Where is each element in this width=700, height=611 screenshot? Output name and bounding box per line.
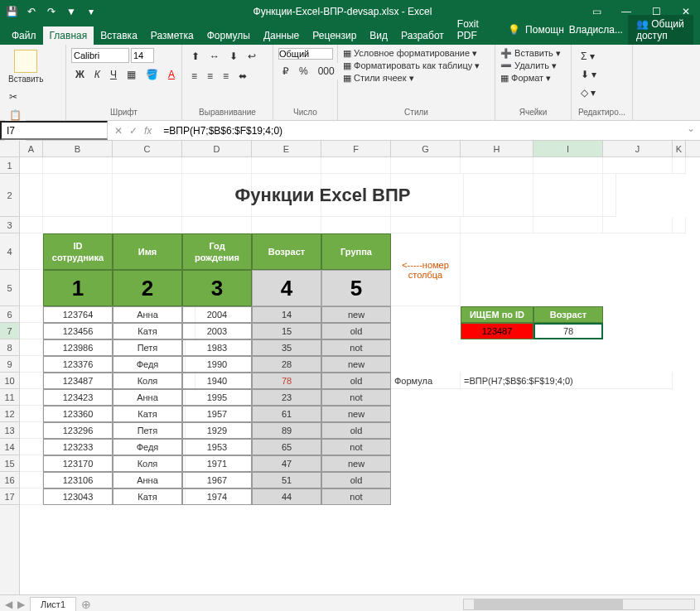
cell-F15[interactable]: new xyxy=(321,455,391,472)
cell-F11[interactable]: not xyxy=(321,389,391,406)
cell-E10[interactable]: 78 xyxy=(252,373,321,389)
cell-F5[interactable]: 5 xyxy=(321,270,391,306)
fill-icon[interactable]: ⬇ ▾ xyxy=(577,66,627,83)
row-header-11[interactable]: 11 xyxy=(0,389,19,406)
format-cells-button[interactable]: ▦ Формат ▾ xyxy=(500,73,566,84)
cell-B17[interactable]: 123043 xyxy=(43,488,113,505)
cell-B7[interactable]: 123456 xyxy=(43,323,113,339)
horizontal-scrollbar[interactable] xyxy=(463,599,695,610)
cell-C6[interactable]: Анна xyxy=(113,306,182,323)
font-size-select[interactable] xyxy=(131,48,154,63)
row-header-3[interactable]: 3 xyxy=(0,217,19,233)
cell-D13[interactable]: 1929 xyxy=(182,422,252,439)
merge-icon[interactable]: ⬌ xyxy=(234,68,251,84)
cell-B2[interactable]: Функции Excel ВПР xyxy=(43,174,603,217)
row-header-2[interactable]: 2 xyxy=(0,174,19,217)
cell-A8[interactable] xyxy=(20,339,43,356)
cell-D4[interactable]: Год рождения xyxy=(182,233,252,270)
cell-A6[interactable] xyxy=(20,306,43,323)
save-icon[interactable]: 💾 xyxy=(4,6,19,17)
currency-icon[interactable]: ₽ xyxy=(278,63,293,79)
cell-D10[interactable]: 1940 xyxy=(182,373,252,389)
cell-A13[interactable] xyxy=(20,422,43,439)
cell-B14[interactable]: 123233 xyxy=(43,439,113,455)
cell-B9[interactable]: 123376 xyxy=(43,356,113,373)
cell-C13[interactable]: Петя xyxy=(113,422,182,439)
cell-D14[interactable]: 1953 xyxy=(182,439,252,455)
clear-icon[interactable]: ◇ ▾ xyxy=(577,84,627,101)
cell-B4[interactable]: ID сотрудника xyxy=(43,233,113,270)
cell-I6[interactable]: Возраст xyxy=(533,306,603,323)
cell-C11[interactable]: Анна xyxy=(113,389,182,406)
font-color-icon[interactable]: A xyxy=(164,66,179,83)
tab-home[interactable]: Главная xyxy=(43,26,94,45)
cell-D17[interactable]: 1974 xyxy=(182,488,252,505)
row-header-1[interactable]: 1 xyxy=(0,157,19,174)
col-header-I[interactable]: I xyxy=(533,141,603,156)
cell-D3[interactable] xyxy=(182,217,252,233)
select-all-cell[interactable] xyxy=(0,141,20,156)
sheet-nav-prev-icon[interactable]: ◀ xyxy=(5,599,12,610)
cell-C8[interactable]: Петя xyxy=(113,339,182,356)
row-header-17[interactable]: 17 xyxy=(0,488,19,505)
tab-formulas[interactable]: Формулы xyxy=(200,26,257,45)
row-header-7[interactable]: 7 xyxy=(0,323,19,339)
cell-F4[interactable]: Группа xyxy=(321,233,391,270)
spreadsheet-grid[interactable]: ABCDEFGHIJK 1234567891011121314151617 Фу… xyxy=(0,141,700,594)
cell-E9[interactable]: 28 xyxy=(252,356,321,373)
cell-B11[interactable]: 123423 xyxy=(43,389,113,406)
cell-B13[interactable]: 123296 xyxy=(43,422,113,439)
col-header-B[interactable]: B xyxy=(43,141,113,156)
bold-button[interactable]: Ж xyxy=(71,66,89,83)
cell-I3[interactable] xyxy=(533,217,603,233)
cell-B6[interactable]: 123764 xyxy=(43,306,113,323)
col-header-D[interactable]: D xyxy=(182,141,252,156)
row-header-16[interactable]: 16 xyxy=(0,472,19,488)
cancel-formula-icon[interactable]: ✕ xyxy=(114,125,123,137)
cell-A17[interactable] xyxy=(20,488,43,505)
col-header-E[interactable]: E xyxy=(252,141,321,156)
tab-developer[interactable]: Разработ xyxy=(394,26,451,45)
cell-D16[interactable]: 1967 xyxy=(182,472,252,488)
row-header-10[interactable]: 10 xyxy=(0,373,19,389)
cell-H6[interactable]: ИЩЕМ по ID xyxy=(461,306,533,323)
cell-B12[interactable]: 123360 xyxy=(43,406,113,422)
cell-E15[interactable]: 47 xyxy=(252,455,321,472)
cell-D6[interactable]: 2004 xyxy=(182,306,252,323)
col-header-K[interactable]: K xyxy=(673,141,686,156)
cell-C16[interactable]: Анна xyxy=(113,472,182,488)
align-middle-icon[interactable]: ↔ xyxy=(205,48,224,65)
cell-A2[interactable] xyxy=(20,174,43,217)
cell-B3[interactable] xyxy=(43,217,113,233)
wrap-text-icon[interactable]: ↩ xyxy=(244,48,260,65)
align-right-icon[interactable]: ≡ xyxy=(219,68,233,84)
tab-layout[interactable]: Разметка xyxy=(144,26,200,45)
cell-D8[interactable]: 1983 xyxy=(182,339,252,356)
cell-C7[interactable]: Катя xyxy=(113,323,182,339)
cell-C17[interactable]: Катя xyxy=(113,488,182,505)
col-header-C[interactable]: C xyxy=(113,141,182,156)
number-format-select[interactable] xyxy=(278,48,333,60)
cell-J3[interactable] xyxy=(603,217,673,233)
cell-E6[interactable]: 14 xyxy=(252,306,321,323)
cell-I1[interactable] xyxy=(533,157,603,174)
cell-F17[interactable]: not xyxy=(321,488,391,505)
cell-E12[interactable]: 61 xyxy=(252,406,321,422)
cell-F8[interactable]: not xyxy=(321,339,391,356)
italic-button[interactable]: К xyxy=(90,66,104,83)
cell-E14[interactable]: 65 xyxy=(252,439,321,455)
share-button[interactable]: 👥 Общий доступ xyxy=(628,15,693,45)
border-icon[interactable]: ▦ xyxy=(123,66,140,83)
col-header-H[interactable]: H xyxy=(461,141,533,156)
formula-input[interactable] xyxy=(158,121,682,140)
help-icon[interactable]: 💡 xyxy=(508,24,520,36)
cell-C15[interactable]: Коля xyxy=(113,455,182,472)
cell-G10[interactable]: Формула xyxy=(391,373,461,389)
cell-B1[interactable] xyxy=(43,157,113,174)
cell-F6[interactable]: new xyxy=(321,306,391,323)
col-header-F[interactable]: F xyxy=(321,141,391,156)
cell-K2[interactable] xyxy=(603,174,616,217)
cell-A9[interactable] xyxy=(20,356,43,373)
underline-button[interactable]: Ч xyxy=(106,66,121,83)
cell-E11[interactable]: 23 xyxy=(252,389,321,406)
